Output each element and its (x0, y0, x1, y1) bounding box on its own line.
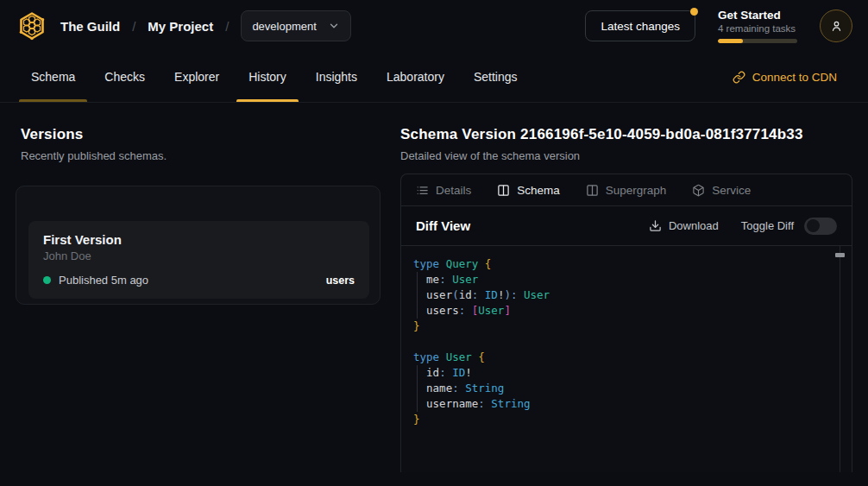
hive-logo-icon[interactable] (16, 9, 48, 42)
toggle-diff-group: Toggle Diff (741, 218, 837, 235)
tab-explorer[interactable]: Explorer (174, 52, 219, 102)
indent-guide (417, 365, 418, 412)
environment-select-value: development (252, 20, 316, 33)
code-block: type Query { me: User user(id: ID!): Use… (413, 256, 831, 427)
cube-icon (692, 184, 705, 197)
detail-tab-list: Details Schema Sup (401, 174, 852, 206)
diff-view-toolbar: Diff View Download Toggle Diff (401, 206, 852, 246)
main-content: Versions Recently published schemas. Fir… (0, 103, 868, 472)
environment-select[interactable]: development (241, 10, 351, 41)
detail-tab-label: Schema (517, 184, 560, 197)
tab-insights[interactable]: Insights (316, 52, 357, 102)
nav-tab-list: Schema Checks Explorer History Insights … (31, 52, 518, 102)
connect-to-cdn-label: Connect to CDN (752, 71, 837, 84)
top-bar-actions: Latest changes Get Started 4 remaining t… (585, 9, 852, 43)
versions-subtitle: Recently published schemas. (21, 149, 381, 162)
detail-title: Schema Version 2166196f-5e10-4059-bd0a-0… (400, 126, 852, 143)
user-avatar[interactable] (820, 9, 852, 42)
detail-tab-details[interactable]: Details (416, 184, 471, 197)
latest-changes-label: Latest changes (601, 20, 680, 33)
tab-checks[interactable]: Checks (104, 52, 145, 102)
detail-subtitle: Detailed view of the schema version (400, 149, 852, 162)
download-button[interactable]: Download (649, 219, 719, 232)
version-service-badge: users (326, 275, 355, 287)
indent-guide (417, 272, 418, 319)
versions-title: Versions (21, 126, 381, 143)
published-status-icon (43, 276, 51, 284)
detail-tab-label: Details (436, 184, 471, 197)
diff-actions: Download Toggle Diff (649, 218, 837, 235)
chevron-down-icon (328, 20, 340, 32)
link-icon (733, 71, 745, 84)
download-label: Download (669, 219, 719, 232)
detail-tab-service[interactable]: Service (692, 184, 751, 197)
versions-panel: Versions Recently published schemas. Fir… (21, 103, 381, 472)
toggle-diff-knob (807, 219, 820, 232)
breadcrumb-separator: / (132, 19, 135, 34)
version-list-item[interactable]: First Version John Doe Published 5m ago … (28, 221, 369, 299)
code-scrollbar-track (840, 246, 840, 472)
detail-panel-card: Details Schema Sup (400, 174, 852, 472)
columns-icon (586, 184, 599, 197)
detail-tab-supergraph[interactable]: Supergraph (586, 184, 667, 197)
detail-tab-label: Service (712, 184, 751, 197)
tab-laboratory[interactable]: Laboratory (387, 52, 444, 102)
version-status: Published 5m ago (43, 274, 148, 287)
tab-settings[interactable]: Settings (474, 52, 518, 102)
get-started-progress-track (718, 39, 797, 43)
detail-tab-schema[interactable]: Schema (497, 184, 560, 197)
get-started-title: Get Started (718, 9, 797, 22)
breadcrumb-separator: / (225, 19, 229, 34)
tab-history[interactable]: History (248, 52, 286, 102)
breadcrumb-org[interactable]: The Guild (60, 19, 120, 34)
breadcrumb-project[interactable]: My Project (148, 19, 213, 34)
toggle-diff-label: Toggle Diff (741, 219, 794, 232)
version-name: First Version (43, 232, 355, 247)
tab-schema[interactable]: Schema (31, 52, 75, 102)
primary-nav: Schema Checks Explorer History Insights … (0, 52, 868, 103)
detail-tab-label: Supergraph (606, 184, 667, 197)
download-icon (649, 219, 662, 232)
connect-to-cdn-button[interactable]: Connect to CDN (733, 52, 837, 102)
person-icon (829, 19, 844, 34)
get-started-progress-fill (718, 39, 743, 43)
get-started-widget[interactable]: Get Started 4 remaining tasks (718, 9, 797, 43)
diff-view-title: Diff View (416, 218, 470, 233)
get-started-subtitle: 4 remaining tasks (718, 23, 797, 34)
latest-changes-button[interactable]: Latest changes (585, 10, 695, 41)
version-status-label: Published 5m ago (59, 274, 148, 287)
schema-code-viewer: type Query { me: User user(id: ID!): Use… (401, 246, 852, 472)
version-author: John Doe (43, 249, 355, 262)
breadcrumb: The Guild / My Project / development (16, 9, 351, 42)
columns-icon (497, 184, 510, 197)
code-scrollbar-thumb[interactable] (835, 253, 845, 257)
notification-dot-icon (690, 8, 698, 16)
top-bar: The Guild / My Project / development Lat… (0, 0, 868, 52)
versions-list-card: First Version John Doe Published 5m ago … (16, 186, 381, 305)
version-meta-row: Published 5m ago users (43, 274, 355, 287)
schema-version-detail: Schema Version 2166196f-5e10-4059-bd0a-0… (400, 103, 852, 472)
list-icon (416, 184, 429, 197)
toggle-diff-switch[interactable] (804, 218, 837, 235)
